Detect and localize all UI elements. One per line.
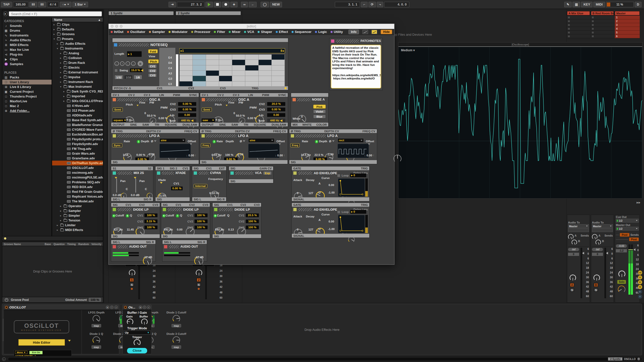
clip-stop-icon[interactable] (568, 32, 570, 33)
device-on-icon[interactable] (124, 306, 127, 309)
fold-button[interactable]: Fold (148, 49, 158, 53)
file-row[interactable]: ▸Imported (52, 94, 103, 99)
tab-effect[interactable]: Effect (276, 30, 288, 34)
clip-stop-icon[interactable] (592, 28, 594, 30)
file-list-header[interactable]: Name▲ (52, 18, 103, 22)
file-row[interactable]: ▾Max Instrument (52, 84, 103, 89)
file-row[interactable]: ▸Drum Rack (52, 60, 103, 65)
disclosure-icon[interactable]: ▸ (63, 90, 66, 93)
loop-region-button[interactable]: ⟳ (369, 2, 376, 7)
waveform-select[interactable]: square (112, 118, 126, 122)
clip-stop-icon[interactable] (568, 20, 570, 22)
sidebar-item-thundera-project[interactable]: □Thundera Project (2, 94, 52, 99)
preview-toggle-icon[interactable] (4, 237, 7, 240)
tab-logic[interactable]: Logic (315, 30, 327, 34)
master-solo-button[interactable]: Solo (617, 280, 626, 284)
hide-button[interactable]: Hide (381, 30, 392, 34)
cv3-view-button[interactable]: CV3 (148, 73, 157, 77)
overdub-button[interactable]: + (230, 2, 237, 7)
step-cell[interactable] (232, 65, 245, 71)
tune-value[interactable]: 440 Hz ◀ (178, 119, 196, 122)
step-cell[interactable] (219, 71, 232, 76)
step-cell[interactable] (180, 65, 193, 71)
clip-slot[interactable] (591, 16, 614, 19)
shift-left-button[interactable]: ← (114, 61, 119, 66)
file-row[interactable]: ▸Collision (52, 56, 103, 60)
file-row[interactable]: EuclidsMusicBox.adv (52, 132, 103, 137)
step-cell[interactable] (193, 65, 206, 71)
selected-track-chip[interactable]: 2 Synthi (608, 357, 622, 360)
disclosure-icon[interactable]: ▸ (60, 66, 62, 69)
range-start[interactable]: ▸1 (181, 49, 184, 53)
arrangement-position-field[interactable]: 27. 3. 2 (177, 2, 205, 7)
expand-arrow-icon[interactable] (68, 340, 71, 342)
info-button[interactable]: Info (348, 30, 359, 34)
cv2-value[interactable]: 0.00 % (178, 102, 196, 106)
clip-slot[interactable] (591, 31, 614, 34)
step-cell[interactable] (259, 81, 272, 87)
unfold-icon[interactable]: ▣ (139, 306, 142, 309)
return-track-b-header[interactable]: B Red Room Bri (591, 11, 614, 15)
file-row[interactable]: Base Red Synth.adv (52, 118, 103, 122)
step-cell[interactable] (245, 81, 258, 87)
mixer-toggle-r[interactable]: R (638, 280, 642, 284)
global-amount-value[interactable]: 100 % (89, 298, 101, 302)
macro-knob[interactable] (173, 315, 180, 323)
step-cell[interactable] (259, 71, 272, 76)
tab-vca[interactable]: VCA (244, 30, 254, 34)
lfo-mode-button[interactable]: Freq (201, 143, 210, 147)
cv3-value[interactable]: 100 % (194, 225, 208, 229)
lfo-wave-select[interactable]: sine (248, 138, 274, 143)
loop-start-field[interactable]: 3. 1. 1 (335, 2, 360, 7)
scene-1[interactable]: 1 (615, 16, 640, 19)
disclosure-icon[interactable]: ▸ (57, 42, 59, 45)
exp-button[interactable]: Exp (263, 171, 272, 175)
offset-knob[interactable] (393, 155, 401, 163)
tune-value[interactable]: 440 Hz ◀ (267, 119, 285, 122)
lfo-mode-button[interactable]: Freq (290, 143, 300, 147)
file-row[interactable]: ▸Impulse (52, 75, 103, 79)
nudge-up-button[interactable]: ‖‖ (38, 2, 46, 7)
device-title[interactable]: OSCiLLOT (9, 305, 26, 309)
file-row[interactable]: FM Thug.adv (52, 146, 103, 151)
patchnotes-text[interactable]: A faithful recreation of the classic EMS… (331, 45, 381, 88)
send-b-post-button[interactable]: Post (629, 238, 639, 241)
file-row[interactable]: ▸Limiter (52, 223, 103, 228)
file-row[interactable]: ▸Clips (52, 22, 103, 27)
sidebar-item-sounds[interactable]: ♪Sounds (2, 23, 52, 28)
buffer-knob[interactable] (141, 319, 148, 325)
step-cell[interactable] (232, 55, 245, 60)
disclosure-icon[interactable]: ▸ (57, 224, 59, 227)
pitch-view-button[interactable]: Pitch (148, 59, 159, 63)
nudge-down-button[interactable]: ‖‖ (29, 2, 37, 7)
sidebar-item-add-folder-[interactable]: ⊕Add Folder... (2, 108, 52, 113)
file-row[interactable]: The Model.adv (52, 199, 103, 204)
waveform-select[interactable]: saw (201, 118, 215, 122)
cv3-value[interactable]: 0.00 % (178, 108, 196, 111)
tab-sampler[interactable]: Sampler (149, 30, 165, 34)
step-cell[interactable] (180, 81, 193, 87)
file-row[interactable]: ▸Grooves (52, 32, 103, 36)
lfo-wave-select[interactable]: rect (338, 138, 364, 143)
file-row[interactable]: ▾Instruments (52, 46, 103, 51)
macro-knob[interactable] (173, 336, 180, 344)
step-cell[interactable] (232, 81, 245, 87)
mixer-toggle-i-o[interactable]: I-O (638, 270, 642, 275)
tab-filter[interactable]: Filter (214, 30, 225, 34)
mixer-toggle-d[interactable]: D (638, 290, 642, 294)
step-cell[interactable] (259, 65, 272, 71)
step-cell[interactable] (206, 65, 219, 71)
cv2-value[interactable]: 100 % (194, 219, 208, 223)
loop-switch-button[interactable]: ◯ (261, 2, 269, 7)
blue-button[interactable]: Blue (313, 115, 326, 118)
metronome-dropdown-icon[interactable] (67, 4, 69, 5)
tap-tempo-button[interactable]: TAP (1, 2, 12, 7)
scene-6[interactable]: 6 (615, 34, 640, 38)
cv1-value[interactable]: 20.5 % (246, 213, 259, 217)
step-cell[interactable] (259, 60, 272, 65)
clip-stop-icon[interactable] (592, 20, 594, 22)
file-row[interactable]: ▸Tension (52, 218, 103, 223)
save-preset-icon[interactable]: ● (147, 306, 150, 309)
cv1-value[interactable]: 100 % (144, 213, 157, 217)
step-cell[interactable] (206, 60, 219, 65)
